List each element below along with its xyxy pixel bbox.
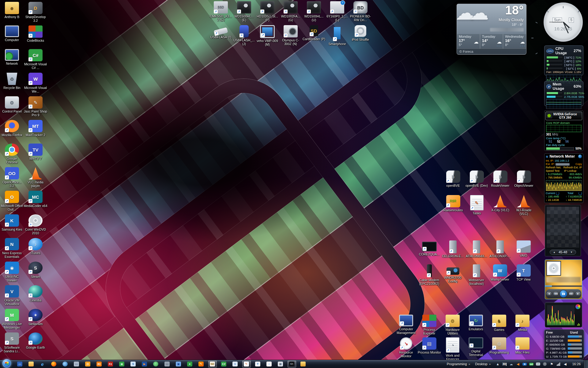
desktop-icon-usbflash-i[interactable]: ↗USBFLASH (I)	[209, 25, 232, 49]
desktop-icon-usbflash-j[interactable]: ↗USBFLASH_... (J)	[232, 25, 256, 49]
network-meter-gadget[interactable]: ≋ Network Meter Int. IP:192.168.1.2 Ext.…	[544, 153, 583, 203]
desktop-icon-routeviewer[interactable]: b↗RouteViewer	[488, 171, 512, 195]
desktop-icon-cmfssd-x3-7-c[interactable]: SSD↗CMFSSD_X3... 7 (C)	[209, 1, 232, 25]
desktop-icon-process-explorer[interactable]: ↗Process Explorer	[418, 315, 441, 337]
desktop-icon-openoffice-3-2[interactable]: OO↗OpenOffice... 3.2	[1, 167, 23, 191]
desktop-icon-tasks[interactable]: ✎↗Tasks	[465, 195, 488, 220]
taskbar-icon-command-prompt[interactable]: C:\	[288, 361, 296, 367]
desktop-icon-vaio[interactable]: ↗VAIO	[512, 240, 535, 264]
desktop-icon-olympus-c-300z-n[interactable]: ↗Olympus C-300Z (N)	[279, 25, 302, 49]
tray-speaker-volume[interactable]: ◀	[563, 362, 567, 366]
desktop-icon-microsoft-visual-we[interactable]: W↗Microsoft Visual We...	[23, 73, 48, 96]
desktop-icon-cable-modem-epc2100r2[interactable]: ↗Cable Modem (EPC2100R2)	[417, 264, 441, 288]
desktop-icon-railsimroutes[interactable]: RSR↗Railsimroutes	[441, 195, 465, 220]
desktop-icon-veho-vmp-009-m[interactable]: ↗veho VMP-009 (M)	[256, 25, 279, 49]
taskbar-clock[interactable]: 16:26	[569, 362, 584, 366]
desktop-icon-wintv-7[interactable]: TV↗WinTV 7	[23, 144, 48, 167]
desktop-icon-pioneer-bd-rw-dri[interactable]: BD↗PIONEER BD-RW Dri...	[349, 1, 372, 25]
taskbar-icon-paint-shop-pro[interactable]: ✎	[197, 361, 205, 367]
desktop-icon-jasc-paint-shop-pro-9[interactable]: ✎↗Jasc Paint Shop Pro 9	[23, 96, 48, 120]
desktop-icon-anthony-b[interactable]: ☻Anthony B	[1, 2, 23, 25]
tray-action-center-flag[interactable]: ⚑	[549, 362, 554, 366]
taskbar-icon-virtualbox[interactable]: ▣	[174, 361, 183, 367]
chevron-icon[interactable]: »	[469, 362, 470, 366]
desktop-icon-webserver-localhost[interactable]: ↗Webserver (localhost)	[465, 264, 488, 288]
chevron-icon[interactable]: »	[489, 362, 491, 366]
desktop-icon-smartphone[interactable]: ↗Smartphone	[326, 25, 349, 49]
taskbar-icon-notepad[interactable]: ≡	[265, 361, 273, 367]
desktop-icon-games[interactable]: ♞↗Games	[488, 315, 511, 337]
taskbar-icon-outlook[interactable]: O	[84, 361, 92, 367]
desktop-icon-nero-express-essentials[interactable]: N↗Nero Express Essentials	[1, 238, 23, 262]
desktop-icon-wd1500hl-e[interactable]: ↗WD1500HL... (E)	[232, 1, 256, 25]
desktop-icon-computer[interactable]: Computer	[1, 25, 23, 49]
volume-button[interactable]: ▶	[575, 291, 581, 296]
tray-weather-cloud[interactable]: ☁	[509, 362, 513, 366]
audio-spectrum-gadget[interactable]	[545, 302, 582, 328]
desktop-icon-misc-files[interactable]: ↗Misc Files	[511, 337, 534, 360]
show-desktop-button[interactable]	[584, 360, 588, 368]
memory-usage-gadget[interactable]: ▦ Mem Usage 63% 2.8/4.0GB71%2.7/5.0GB55%	[544, 81, 583, 106]
desktop-icon-itunes[interactable]: ♪↗iTunes	[23, 238, 48, 262]
taskbar-icon-internet-explorer[interactable]: e	[38, 361, 47, 367]
taskbar-icon-remote-user-pc[interactable]: ▭	[72, 361, 81, 367]
taskbar-icon-visual-csharp[interactable]: C#	[220, 361, 228, 367]
desktop-icon-wampserver[interactable]: W↗WampServer	[488, 264, 512, 288]
desktop-icon-openbve[interactable]: b↗openBVE	[441, 171, 465, 195]
desktop-icon-celestia[interactable]: ↗Celestia	[23, 285, 48, 309]
pager-up-arrow[interactable]: ▲	[553, 251, 556, 254]
desktop-icon-sharpdevelop-3-2[interactable]: D↗SharpDevelop 3.2	[23, 2, 48, 25]
tray-hidden-icons-arrow[interactable]: ▲	[496, 362, 500, 366]
desktop-icon-x-city-vlc[interactable]: ↗X-City (VLC)	[488, 195, 512, 220]
tray-bluetooth[interactable]: B	[522, 362, 527, 366]
media-player-gadget[interactable]: ◀◀◀▮▮▶▶▶	[545, 259, 582, 299]
clock-gadget[interactable]: Sun 5 16:26:45	[544, 2, 583, 42]
desktop-icon-celeron-e[interactable]: ↗CELERON-E...	[441, 240, 465, 264]
desktop-icon-tcp-view[interactable]: T↗TCP View	[512, 264, 535, 288]
desktop-icon-athlonxp[interactable]: ↗ATHLONXP-...	[488, 240, 512, 264]
pager-down-arrow[interactable]: ▼	[570, 251, 573, 254]
taskbar-icon-calculator[interactable]: ▦	[276, 361, 285, 367]
next-button[interactable]: ▶▶	[568, 291, 574, 296]
desktop-icon-objectviewer[interactable]: b↗ObjectViewer	[512, 171, 536, 195]
desktop-icon-6y160p0-1-l[interactable]: ✓↗6Y160P0_1_... (L)	[326, 1, 349, 25]
taskbar-icon-wireshark[interactable]: S	[129, 361, 138, 367]
taskbar-icon-favorites-folder[interactable]	[299, 361, 307, 367]
desktop-icon-athlon64x[interactable]: ↗ATHLON64X...	[465, 240, 488, 264]
desktop-icon-wd1002fa-g[interactable]: ↗WD1002FA... (G)	[279, 1, 302, 25]
color-wheel-icon[interactable]	[575, 304, 580, 309]
taskbar-icon-thunderbird[interactable]	[61, 361, 70, 367]
desktop-icon-computer-management[interactable]: ↗Computer Management	[394, 315, 418, 337]
tray-volume-notifier[interactable]: ◀	[516, 362, 520, 366]
desktop-icon-mozilla-firefox[interactable]: ↗Mozilla Firefox	[1, 120, 23, 144]
desktop-icon-madtracker-2[interactable]: MT↗MadTracker 2	[23, 120, 48, 144]
taskbar-icon-vnc-viewer[interactable]: ▣	[118, 361, 126, 367]
net-speed-test-link[interactable]: Speed Test	[546, 169, 560, 173]
taskbar-icon-display-monitor[interactable]: ▭	[163, 361, 172, 367]
taskbar-icon-filezilla[interactable]: Fz	[106, 361, 115, 367]
start-button[interactable]	[2, 359, 11, 368]
desktop-icon-hardware-utilities[interactable]: ⚙↗Hardware Utilities	[441, 315, 464, 337]
desktop-icon-recycle-bin[interactable]: ♻Recycle Bin	[1, 73, 23, 96]
desktop-icon-google-earth[interactable]: ↗Google Earth	[23, 332, 48, 356]
taskbar-icon-sharpdevelop[interactable]: SD	[208, 361, 217, 367]
tray-safely-remove-usb[interactable]: ✓	[536, 362, 540, 366]
desktop-icon-digital-terrestrial[interactable]: ↗Digital Terrestrial	[464, 337, 488, 360]
tray-blocked-status[interactable]: –	[543, 362, 547, 366]
taskbar-icon-firefox[interactable]	[50, 361, 58, 367]
taskbar-icon-kt-app[interactable]: Kt	[95, 361, 104, 367]
desktop-icon-wj-roade-vlc[interactable]: ↗WJ-Roade (VLC)	[512, 195, 536, 220]
net-refresh-link[interactable]: Refresh Net.	[546, 166, 561, 169]
desktop-icon-codeblocks[interactable]: ↗CodeBlocks	[23, 25, 48, 49]
desktop-icon-wndr3700-config[interactable]: ↗WNDR3700 Config	[441, 264, 465, 288]
desktop-icon-control-panel[interactable]: ⚙Control Panel	[1, 96, 23, 120]
cpu-usage-gadget[interactable]: intel CPU Usage 27% [ 56°C ]71%[ 48°C ]1…	[544, 45, 583, 75]
desktop-icon-core2qua[interactable]: ↗CORE2QUA...	[417, 240, 441, 264]
drive-meter-gadget[interactable]: Free Used C: 6.68/30 GBE: 11/100 GBF: 69…	[544, 329, 584, 359]
toolbar-desktop[interactable]: Desktop»	[475, 362, 491, 366]
net-ip-lookup-link[interactable]: IP Lookup	[564, 169, 576, 173]
list-pager-gadget[interactable]: ▲ 45-48 ▼	[545, 205, 581, 256]
desktop-icon-mediacoder-x64[interactable]: MC↗MediaCoder x64	[23, 191, 48, 214]
taskbar-icon-ultravnc-eye[interactable]: ●	[186, 361, 194, 367]
desktop-icon-wd1500hl-u[interactable]: ↗WD1500HL... (U)	[302, 1, 326, 25]
